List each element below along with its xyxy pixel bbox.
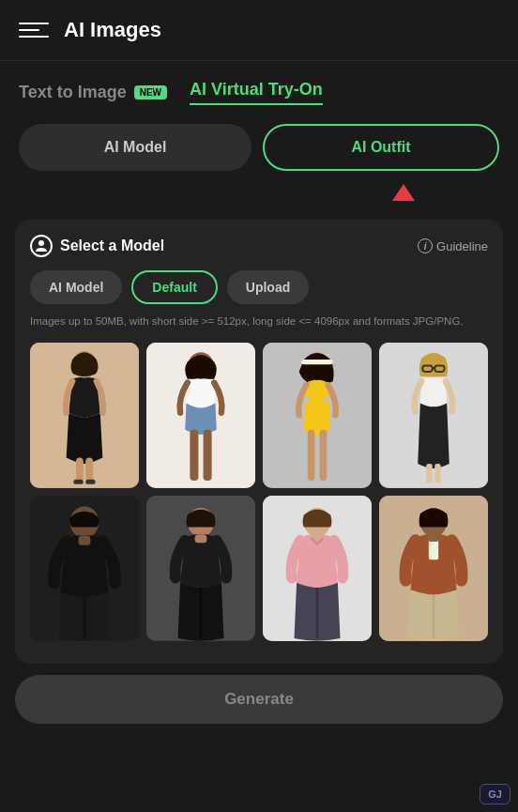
svg-rect-23 bbox=[434, 464, 440, 483]
svg-rect-5 bbox=[85, 458, 93, 483]
model-select-ai-button[interactable]: AI Model bbox=[30, 270, 122, 304]
person-icon bbox=[30, 235, 53, 257]
svg-rect-30 bbox=[195, 534, 207, 543]
tab-row: Text to Image NEW AI Virtual Try-On bbox=[0, 61, 518, 105]
tab-text-to-image-label: Text to Image bbox=[19, 83, 127, 102]
generate-button[interactable]: Generate bbox=[15, 675, 503, 724]
male-model-grid bbox=[30, 496, 488, 641]
female-model-grid bbox=[30, 343, 488, 488]
header: AI Images bbox=[0, 0, 518, 61]
svg-point-1 bbox=[38, 240, 44, 246]
model-select-default-button[interactable]: Default bbox=[131, 270, 217, 304]
svg-marker-0 bbox=[392, 184, 415, 201]
model-select-upload-button[interactable]: Upload bbox=[227, 270, 309, 304]
svg-rect-26 bbox=[79, 535, 91, 544]
svg-rect-4 bbox=[76, 458, 84, 483]
section-header: Select a Model i Guideline bbox=[30, 235, 488, 257]
generate-btn-wrapper: Generate bbox=[0, 664, 518, 739]
guideline-button[interactable]: i Guideline bbox=[418, 238, 488, 253]
select-model-label: Select a Model bbox=[60, 237, 164, 254]
svg-rect-14 bbox=[301, 360, 333, 364]
svg-rect-7 bbox=[85, 480, 95, 484]
watermark: GJ bbox=[480, 784, 510, 804]
guideline-label: Guideline bbox=[436, 239, 488, 253]
model-card-m4[interactable] bbox=[379, 496, 488, 641]
model-card-f2[interactable] bbox=[146, 343, 255, 488]
tab-virtual-tryon[interactable]: AI Virtual Try-On bbox=[190, 80, 323, 105]
size-note: Images up to 50MB, with short side >= 51… bbox=[30, 314, 488, 329]
svg-rect-10 bbox=[190, 430, 198, 481]
info-icon: i bbox=[418, 238, 433, 253]
svg-rect-11 bbox=[204, 430, 212, 481]
arrow-indicator-wrapper bbox=[0, 171, 518, 207]
header-title: AI Images bbox=[64, 18, 161, 42]
content-section: Select a Model i Guideline AI Model Defa… bbox=[15, 220, 503, 664]
subtab-ai-model-button[interactable]: AI Model bbox=[19, 124, 251, 171]
menu-button[interactable] bbox=[19, 15, 49, 45]
model-card-m1[interactable] bbox=[30, 496, 139, 641]
red-arrow-icon bbox=[390, 180, 417, 207]
svg-rect-39 bbox=[428, 533, 440, 542]
svg-rect-6 bbox=[73, 480, 83, 484]
model-card-f3[interactable] bbox=[263, 343, 372, 488]
model-select-row: AI Model Default Upload bbox=[30, 270, 488, 304]
section-title: Select a Model bbox=[30, 235, 164, 257]
subtab-row: AI Model AI Outfit bbox=[0, 105, 518, 171]
svg-rect-22 bbox=[426, 464, 432, 483]
tab-text-to-image[interactable]: Text to Image NEW bbox=[19, 83, 167, 102]
svg-rect-15 bbox=[308, 430, 315, 481]
subtab-ai-outfit-button[interactable]: AI Outfit bbox=[263, 124, 499, 171]
model-card-m2[interactable] bbox=[146, 496, 255, 641]
new-badge: NEW bbox=[134, 85, 167, 100]
model-card-m3[interactable] bbox=[263, 496, 372, 641]
model-card-f1[interactable] bbox=[30, 343, 139, 488]
svg-rect-16 bbox=[320, 430, 328, 481]
model-card-f4[interactable] bbox=[379, 343, 488, 488]
